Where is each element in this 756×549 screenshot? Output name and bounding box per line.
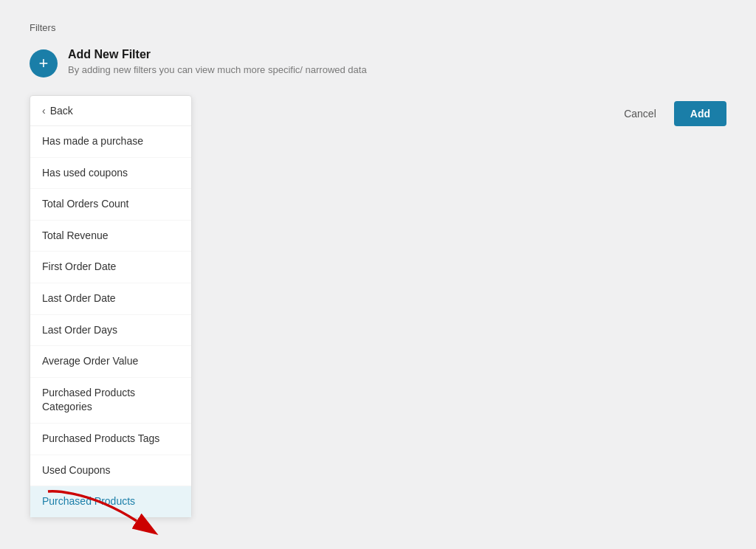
right-panel: Cancel Add xyxy=(207,95,726,126)
back-button[interactable]: ‹ Back xyxy=(30,96,191,126)
dropdown-panel: ‹ Back Has made a purchase Has used coup… xyxy=(30,95,192,518)
filter-item-has-used-coupons[interactable]: Has used coupons xyxy=(30,158,191,190)
add-filter-row: + Add New Filter By adding new filters y… xyxy=(30,48,726,77)
plus-button[interactable]: + xyxy=(30,49,58,77)
action-buttons: Cancel Add xyxy=(615,101,726,126)
add-filter-description: By adding new filters you can view much … xyxy=(68,64,367,75)
filter-item-last-order-days[interactable]: Last Order Days xyxy=(30,315,191,347)
filter-item-last-order-date[interactable]: Last Order Date xyxy=(30,283,191,315)
back-arrow-icon: ‹ xyxy=(42,105,46,117)
filter-item-total-revenue[interactable]: Total Revenue xyxy=(30,221,191,252)
filter-item-purchased-products-tags[interactable]: Purchased Products Tags xyxy=(30,424,191,455)
filter-item-first-order-date[interactable]: First Order Date xyxy=(30,252,191,283)
filter-item-total-orders-count[interactable]: Total Orders Count xyxy=(30,189,191,221)
filter-item-purchased-products[interactable]: Purchased Products xyxy=(30,486,191,517)
add-filter-title: Add New Filter xyxy=(68,48,367,61)
main-content: ‹ Back Has made a purchase Has used coup… xyxy=(30,95,726,518)
filter-item-used-coupons[interactable]: Used Coupons xyxy=(30,455,191,487)
cancel-button[interactable]: Cancel xyxy=(615,102,665,125)
filter-item-purchased-products-categories[interactable]: Purchased Products Categories xyxy=(30,378,191,424)
add-filter-text: Add New Filter By adding new filters you… xyxy=(68,48,367,75)
filters-label: Filters xyxy=(30,22,726,33)
back-label: Back xyxy=(50,105,73,117)
add-button[interactable]: Add xyxy=(674,101,726,126)
filter-item-average-order-value[interactable]: Average Order Value xyxy=(30,346,191,378)
filter-item-has-made-purchase[interactable]: Has made a purchase xyxy=(30,126,191,158)
page-container: Filters + Add New Filter By adding new f… xyxy=(0,0,756,549)
